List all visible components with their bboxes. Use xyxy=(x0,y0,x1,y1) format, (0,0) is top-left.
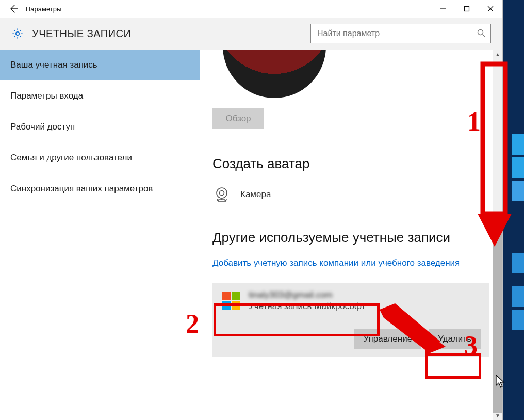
minimize-icon xyxy=(440,6,446,12)
camera-option[interactable]: Камера xyxy=(212,185,489,204)
camera-label: Камера xyxy=(240,189,271,200)
other-accounts-heading: Другие используемые учетные записи xyxy=(212,230,489,246)
account-row[interactable]: tinaly303@gmail.com Учетная запись Майкр… xyxy=(221,290,481,312)
content: Обзор Создать аватар Камера Другие испол… xyxy=(200,50,493,420)
manage-button[interactable]: Управление xyxy=(354,329,422,349)
sidebar-item-label: Параметры входа xyxy=(10,91,83,101)
desktop-tile xyxy=(512,253,524,273)
arrow-left-icon xyxy=(8,4,19,14)
svg-line-6 xyxy=(483,35,485,37)
svg-point-4 xyxy=(16,32,19,35)
sidebar-item-your-account[interactable]: Ваша учетная запись xyxy=(0,50,200,80)
microsoft-logo-icon xyxy=(221,290,241,311)
svg-point-7 xyxy=(217,188,227,198)
scroll-down-arrow[interactable]: ▼ xyxy=(493,411,502,420)
header: УЧЕТНЫЕ ЗАПИСИ xyxy=(0,18,502,50)
overview-button[interactable]: Обзор xyxy=(212,108,264,129)
search-wrap xyxy=(310,24,491,43)
sidebar-item-signin-options[interactable]: Параметры входа xyxy=(0,80,200,111)
back-button[interactable] xyxy=(3,0,24,18)
scrollbar-track[interactable]: ▲ ▼ xyxy=(493,50,502,420)
section-title: УЧЕТНЫЕ ЗАПИСИ xyxy=(32,28,131,40)
account-type: Учетная запись Майкрософт xyxy=(249,301,365,312)
sidebar-item-label: Ваша учетная запись xyxy=(10,60,97,70)
desktop-tile xyxy=(512,134,524,155)
window-controls xyxy=(431,0,502,18)
close-icon xyxy=(487,6,494,12)
desktop-tile xyxy=(512,157,524,178)
svg-rect-10 xyxy=(222,292,231,300)
window-title: Параметры xyxy=(26,5,61,13)
svg-rect-13 xyxy=(232,301,240,310)
account-box: tinaly303@gmail.com Учетная запись Майкр… xyxy=(212,283,489,357)
account-text: tinaly303@gmail.com Учетная запись Майкр… xyxy=(249,290,365,312)
sidebar-item-family[interactable]: Семья и другие пользователи xyxy=(0,142,200,173)
svg-rect-12 xyxy=(222,301,231,310)
account-email: tinaly303@gmail.com xyxy=(249,290,365,300)
close-button[interactable] xyxy=(479,0,502,18)
titlebar: Параметры xyxy=(0,0,502,18)
account-buttons: Управление Удалить xyxy=(221,329,481,349)
desktop-background-strip xyxy=(503,0,524,420)
desktop-tile xyxy=(512,286,524,307)
maximize-icon xyxy=(464,6,470,12)
search-icon xyxy=(477,28,486,38)
create-avatar-heading: Создать аватар xyxy=(212,156,489,172)
content-wrap: Обзор Создать аватар Камера Другие испол… xyxy=(200,50,502,420)
sidebar-item-work-access[interactable]: Рабочий доступ xyxy=(0,111,200,142)
desktop-tile xyxy=(512,310,524,330)
svg-rect-1 xyxy=(465,7,469,11)
body: Ваша учетная запись Параметры входа Рабо… xyxy=(0,50,502,420)
sidebar-item-label: Синхронизация ваших параметров xyxy=(10,184,153,194)
sidebar-item-sync[interactable]: Синхронизация ваших параметров xyxy=(0,173,200,204)
search-input[interactable] xyxy=(310,24,491,43)
svg-point-8 xyxy=(220,191,224,196)
sidebar-item-label: Семья и другие пользователи xyxy=(10,153,132,163)
camera-icon xyxy=(212,185,231,204)
delete-button[interactable]: Удалить xyxy=(429,329,481,349)
sidebar-item-label: Рабочий доступ xyxy=(10,122,75,132)
sidebar: Ваша учетная запись Параметры входа Рабо… xyxy=(0,50,200,420)
add-account-link[interactable]: Добавить учетную запись компании или уче… xyxy=(212,258,489,268)
settings-window: Параметры УЧЕТНЫЕ ЗАПИСИ xyxy=(0,0,503,420)
scroll-up-arrow[interactable]: ▲ xyxy=(493,50,502,59)
maximize-button[interactable] xyxy=(455,0,479,18)
avatar xyxy=(223,50,326,98)
scrollbar-thumb[interactable] xyxy=(493,231,502,413)
desktop-tile xyxy=(512,181,524,201)
minimize-button[interactable] xyxy=(431,0,455,18)
gear-icon xyxy=(11,27,24,40)
svg-point-5 xyxy=(478,30,483,35)
svg-rect-11 xyxy=(232,292,240,300)
